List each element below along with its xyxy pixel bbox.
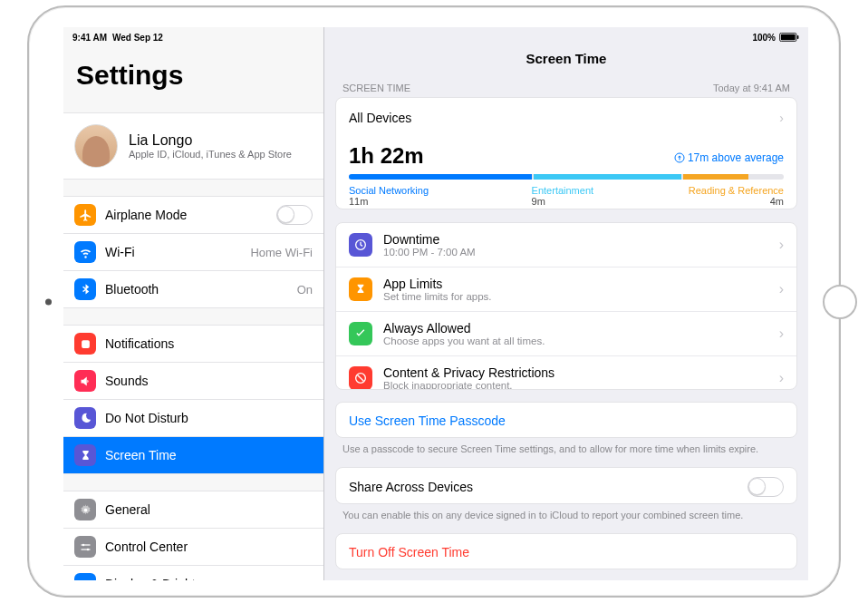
all-devices-row[interactable]: All Devices › — [336, 98, 796, 138]
chevron-right-icon: › — [779, 111, 784, 125]
legend-social-label: Social Networking — [349, 185, 532, 196]
avg-delta: 17m above average — [674, 151, 784, 164]
sidebar-item-label: Airplane Mode — [105, 208, 267, 222]
chevron-right-icon: › — [779, 281, 784, 297]
sidebar-item-bluetooth[interactable]: Bluetooth On — [63, 270, 323, 308]
turnoff-card: Turn Off Screen Time — [335, 533, 797, 569]
hourglass-icon — [74, 444, 96, 466]
usage-legend: Social Networking 11m Entertainment 9m R… — [336, 183, 796, 209]
sidebar-item-label: Control Center — [105, 540, 313, 554]
sidebar-item-label: Do Not Disturb — [105, 411, 313, 425]
avatar — [74, 124, 118, 168]
section-header-right: Today at 9:41 AM — [713, 83, 790, 93]
section-header-left: SCREEN TIME — [342, 83, 410, 93]
share-across-devices-row[interactable]: Share Across Devices — [336, 468, 796, 505]
content-restrictions-row[interactable]: Content & Privacy Restrictions Block ina… — [336, 355, 796, 391]
passcode-card: Use Screen Time Passcode — [335, 402, 797, 438]
notifications-icon — [74, 333, 96, 355]
bluetooth-icon — [74, 278, 96, 300]
sliders-icon — [74, 536, 96, 558]
use-passcode-link[interactable]: Use Screen Time Passcode — [336, 403, 796, 438]
sounds-icon — [74, 370, 96, 392]
usage-card: All Devices › 1h 22m 17m above average — [335, 97, 797, 209]
usage-bar-chart — [349, 174, 784, 180]
airplane-toggle[interactable] — [276, 205, 313, 225]
limits-card: Downtime 10:00 PM - 7:00 AM › App Limits… — [335, 222, 797, 391]
downtime-row[interactable]: Downtime 10:00 PM - 7:00 AM › — [336, 223, 796, 267]
row-sub: Block inappropriate content. — [383, 380, 768, 391]
user-name: Lia Longo — [129, 132, 292, 149]
home-button[interactable] — [823, 285, 857, 319]
sidebar-item-dnd[interactable]: Do Not Disturb — [63, 399, 323, 436]
settings-sidebar[interactable]: Settings Lia Longo Apple ID, iCloud, iTu… — [63, 27, 324, 580]
share-label: Share Across Devices — [349, 480, 473, 494]
gear-icon — [74, 499, 96, 520]
sidebar-item-wifi[interactable]: Wi-Fi Home Wi-Fi — [63, 233, 323, 270]
legend-reading-time: 4m — [680, 196, 784, 207]
all-devices-label: All Devices — [349, 111, 768, 125]
wifi-value: Home Wi-Fi — [250, 246, 313, 259]
row-sub: Choose apps you want at all times. — [383, 336, 768, 346]
front-camera — [45, 298, 52, 305]
sidebar-item-label: Bluetooth — [105, 282, 288, 297]
row-sub: Set time limits for apps. — [383, 291, 768, 302]
airplane-icon — [74, 204, 96, 226]
wifi-icon — [74, 241, 96, 263]
bluetooth-value: On — [297, 283, 313, 297]
share-note: You can enable this on any device signed… — [324, 504, 808, 533]
hourglass-icon — [349, 277, 372, 301]
sidebar-item-controlcenter[interactable]: Control Center — [63, 528, 323, 565]
row-title: App Limits — [383, 277, 768, 291]
usage-seg-entertain — [534, 174, 681, 180]
applimits-row[interactable]: App Limits Set time limits for apps. › — [336, 267, 796, 311]
sidebar-item-airplane[interactable]: Airplane Mode — [63, 196, 323, 233]
chevron-right-icon: › — [779, 370, 784, 386]
turn-off-link[interactable]: Turn Off Screen Time — [336, 534, 796, 569]
sidebar-item-screentime[interactable]: Screen Time — [63, 436, 323, 474]
svg-rect-6 — [81, 544, 90, 545]
check-icon — [349, 322, 372, 345]
sidebar-item-label: Wi-Fi — [105, 245, 241, 259]
settings-title: Settings — [63, 27, 323, 96]
sidebar-item-display[interactable]: AA Display & Brightness — [63, 565, 323, 580]
legend-entertain-label: Entertainment — [532, 185, 680, 196]
total-time-value: 1h 22m — [349, 143, 424, 169]
legend-reading-label: Reading & Reference — [680, 185, 784, 196]
svg-rect-8 — [81, 549, 90, 550]
usage-seg-social — [349, 174, 532, 180]
sidebar-item-sounds[interactable]: Sounds — [63, 362, 323, 399]
sidebar-item-label: Sounds — [105, 374, 313, 388]
row-sub: 10:00 PM - 7:00 AM — [383, 247, 768, 258]
chevron-right-icon: › — [779, 237, 784, 253]
apple-id-cell[interactable]: Lia Longo Apple ID, iCloud, iTunes & App… — [63, 112, 323, 180]
sidebar-item-label: Notifications — [105, 336, 313, 351]
usage-seg-reading — [683, 174, 748, 180]
svg-rect-3 — [82, 340, 90, 348]
legend-entertain-time: 9m — [532, 196, 680, 207]
user-sub: Apple ID, iCloud, iTunes & App Store — [129, 149, 292, 160]
display-icon: AA — [74, 573, 96, 580]
row-title: Downtime — [383, 232, 768, 247]
always-allowed-row[interactable]: Always Allowed Choose apps you want at a… — [336, 311, 796, 355]
screen: 9:41 AM Wed Sep 12 100% Settings — [63, 27, 808, 580]
share-toggle[interactable] — [747, 477, 784, 497]
arrow-up-icon — [674, 152, 685, 163]
page-title: Screen Time — [324, 27, 808, 75]
ipad-frame: 9:41 AM Wed Sep 12 100% Settings — [27, 5, 841, 598]
sidebar-item-label: Display & Brightness — [105, 577, 313, 580]
legend-social-time: 11m — [349, 196, 532, 207]
row-title: Always Allowed — [383, 321, 768, 336]
passcode-note: Use a passcode to secure Screen Time set… — [324, 438, 808, 467]
downtime-icon — [349, 233, 372, 257]
total-usage: 1h 22m 17m above average — [336, 138, 796, 170]
sidebar-item-general[interactable]: General — [63, 491, 323, 528]
detail-pane[interactable]: Screen Time SCREEN TIME Today at 9:41 AM… — [324, 27, 808, 580]
share-card: Share Across Devices — [335, 467, 797, 505]
chevron-right-icon: › — [779, 326, 784, 342]
sidebar-item-label: Screen Time — [105, 448, 313, 462]
moon-icon — [74, 407, 96, 429]
svg-line-15 — [358, 374, 364, 381]
sidebar-item-notifications[interactable]: Notifications — [63, 325, 323, 362]
sidebar-item-label: General — [105, 502, 313, 517]
no-entry-icon — [349, 366, 372, 390]
